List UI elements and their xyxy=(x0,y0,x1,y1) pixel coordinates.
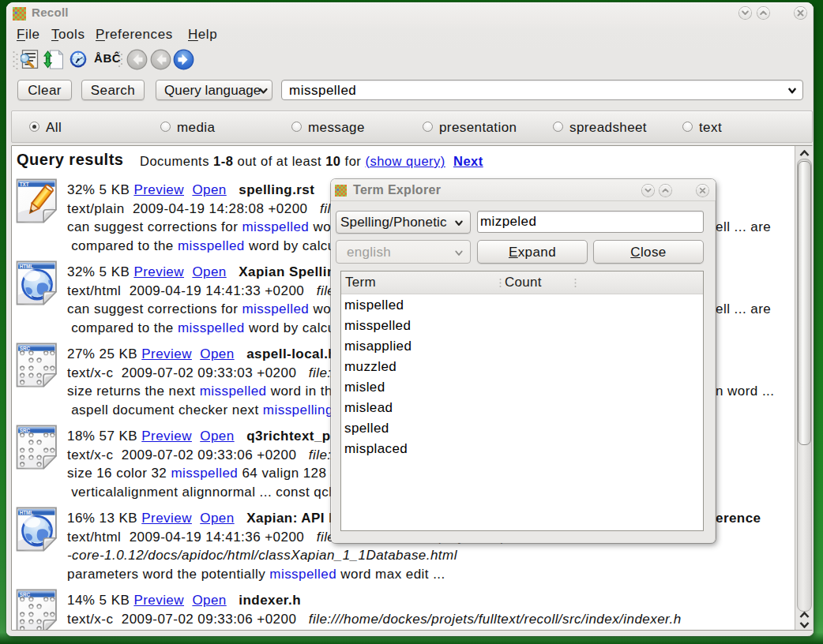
svg-text:HTML: HTML xyxy=(20,264,34,269)
svg-text:SRC: SRC xyxy=(20,592,31,597)
svg-text:SRC: SRC xyxy=(20,346,31,351)
svg-text:SRC: SRC xyxy=(20,428,31,433)
svg-text:TXT: TXT xyxy=(20,182,29,187)
svg-text:HTML: HTML xyxy=(20,510,34,515)
